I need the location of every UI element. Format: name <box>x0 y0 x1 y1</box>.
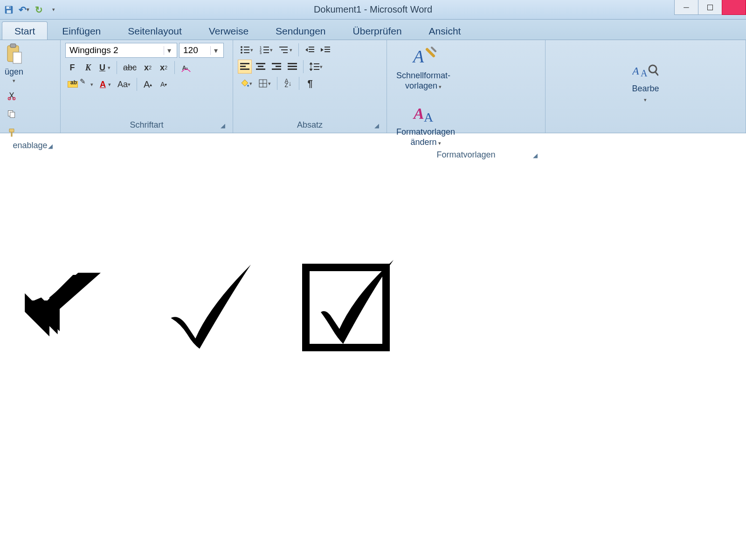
svg-rect-40 <box>272 63 281 64</box>
ribbon-tabs: Start Einfügen Seitenlayout Verweise Sen… <box>0 20 746 40</box>
undo-icon: ↶ <box>19 4 27 15</box>
align-center-button[interactable] <box>254 60 268 74</box>
svg-text:A: A <box>641 68 648 78</box>
borders-button[interactable]: ▾ <box>256 76 273 90</box>
checkbox-icon <box>298 254 401 359</box>
tab-ueberpruefen[interactable]: Überprüfen <box>340 21 414 40</box>
svg-rect-22 <box>263 49 269 50</box>
svg-rect-34 <box>240 63 249 64</box>
svg-rect-46 <box>314 63 319 64</box>
svg-rect-31 <box>325 47 330 48</box>
tab-einfuegen[interactable]: Einfügen <box>49 21 113 40</box>
svg-rect-26 <box>281 49 288 50</box>
group-font: ▾ ▾ F K U ▾ abc x2 x2 Aa <box>61 40 233 133</box>
tab-verweise[interactable]: Verweise <box>196 21 261 40</box>
align-justify-button[interactable] <box>285 60 299 74</box>
svg-rect-27 <box>283 52 288 53</box>
change-case-button[interactable]: Aa▾ <box>115 77 133 91</box>
paragraph-dialog-launcher[interactable]: ◢ <box>373 122 381 130</box>
dropdown-icon[interactable]: ▾ <box>164 46 174 55</box>
close-button[interactable] <box>722 0 746 15</box>
italic-button[interactable]: K <box>81 61 95 75</box>
superscript-button[interactable]: x2 <box>157 61 171 75</box>
redo-icon: ↻ <box>35 4 43 15</box>
svg-text:A: A <box>412 47 424 66</box>
font-name-input[interactable] <box>66 43 164 57</box>
subscript-button[interactable]: x2 <box>141 61 155 75</box>
font-dialog-launcher[interactable]: ◢ <box>219 122 227 130</box>
svg-rect-42 <box>272 68 281 70</box>
svg-rect-37 <box>256 63 265 64</box>
svg-text:3: 3 <box>260 51 262 54</box>
clear-format-button[interactable]: Aa <box>179 61 193 75</box>
format-painter-button[interactable] <box>5 126 19 140</box>
find-button[interactable]: AA Bearbe▾ <box>627 56 663 106</box>
shrink-font-button[interactable]: A▾ <box>157 77 171 91</box>
svg-rect-35 <box>240 66 246 67</box>
align-right-button[interactable] <box>269 60 283 74</box>
separator <box>299 77 299 90</box>
heavy-check-icon <box>19 254 121 359</box>
svg-rect-2 <box>7 10 11 13</box>
numbering-button[interactable]: 123▾ <box>257 43 275 57</box>
document-area[interactable] <box>0 133 746 359</box>
strikethrough-button[interactable]: abc <box>121 61 139 75</box>
tab-seitenlayout[interactable]: Seitenlayout <box>115 21 194 40</box>
separator <box>137 78 137 91</box>
font-name-combo[interactable]: ▾ <box>65 43 177 58</box>
svg-rect-43 <box>288 63 297 64</box>
grow-font-button[interactable]: A▴ <box>141 77 155 91</box>
svg-rect-38 <box>258 66 263 67</box>
tab-ansicht[interactable]: Ansicht <box>416 21 474 40</box>
svg-text:A: A <box>413 105 424 122</box>
decrease-indent-button[interactable] <box>303 43 317 57</box>
separator <box>298 43 299 56</box>
svg-rect-39 <box>256 68 265 70</box>
svg-line-59 <box>655 72 658 75</box>
qat-customize-button[interactable]: ▾ <box>48 4 60 16</box>
show-marks-button[interactable]: ¶ <box>303 76 317 90</box>
dropdown-icon[interactable]: ▾ <box>210 46 221 55</box>
font-color-button[interactable]: A ▾ <box>97 77 113 91</box>
minimize-button[interactable]: ─ <box>674 0 698 15</box>
shading-button[interactable]: ▾ <box>238 76 255 90</box>
copy-button[interactable] <box>5 107 19 121</box>
redo-button[interactable]: ↻ <box>33 4 45 16</box>
svg-rect-28 <box>309 47 314 48</box>
styles-dialog-launcher[interactable]: ◢ <box>531 151 539 160</box>
svg-rect-6 <box>13 52 21 63</box>
change-styles-button[interactable]: AA Formatvorlagenändern ▾ <box>392 99 460 149</box>
group-paragraph-label: Absatz <box>297 120 323 130</box>
svg-rect-33 <box>325 51 330 52</box>
font-size-input[interactable] <box>180 43 210 57</box>
tab-sendungen[interactable]: Sendungen <box>263 21 338 40</box>
line-spacing-button[interactable]: ▾ <box>307 60 325 74</box>
group-clipboard-label: enablage <box>13 141 47 150</box>
bold-button[interactable]: F <box>65 61 79 75</box>
svg-rect-24 <box>263 52 269 53</box>
underline-button[interactable]: U ▾ <box>97 61 113 75</box>
group-paragraph: ▾ 123▾ ▾ ▾ ▾ ▾ AZ↓ ¶ <box>233 40 387 133</box>
increase-indent-button[interactable] <box>318 43 332 57</box>
svg-rect-5 <box>10 44 16 48</box>
dropdown-icon: ▾ <box>27 7 29 13</box>
align-left-button[interactable] <box>238 60 252 74</box>
svg-rect-41 <box>276 66 281 67</box>
maximize-button[interactable] <box>698 0 722 15</box>
cut-button[interactable] <box>5 89 19 102</box>
svg-rect-47 <box>314 66 319 67</box>
undo-button[interactable]: ↶▾ <box>18 4 30 16</box>
quick-styles-button[interactable]: A Schnellformat-vorlagen ▾ <box>392 43 455 93</box>
font-size-combo[interactable]: ▾ <box>179 43 224 58</box>
tab-start[interactable]: Start <box>2 21 48 40</box>
multilevel-button[interactable]: ▾ <box>277 43 295 57</box>
bullets-button[interactable]: ▾ <box>238 43 256 57</box>
clipboard-dialog-launcher[interactable]: ◢ <box>46 142 55 150</box>
svg-point-13 <box>241 46 242 48</box>
paste-caption: ügen <box>5 67 23 77</box>
paste-button[interactable] <box>6 43 22 66</box>
svg-point-49 <box>247 85 249 87</box>
highlight-button[interactable]: ab✎▾ <box>65 77 96 91</box>
sort-button[interactable]: AZ↓ <box>281 76 295 90</box>
save-button[interactable] <box>3 4 15 16</box>
